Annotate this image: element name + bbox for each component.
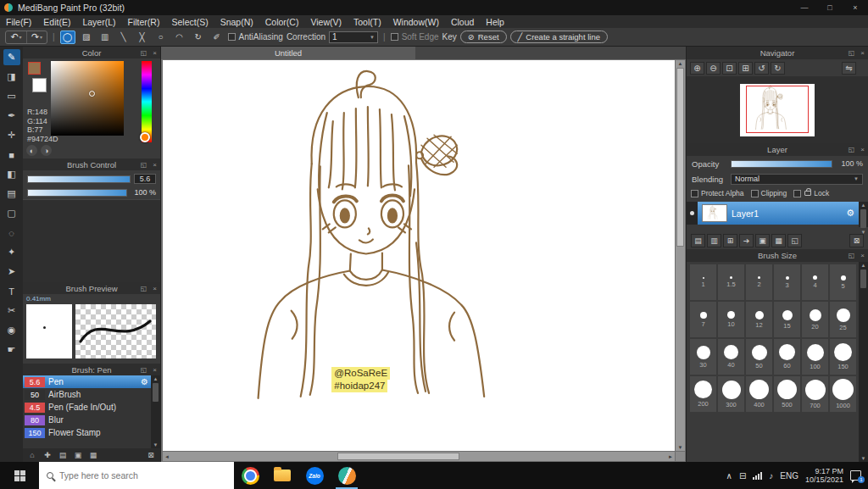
layer-opacity-slider[interactable] [731, 160, 832, 168]
zalo-taskbar-icon[interactable]: Zalo [298, 462, 331, 489]
correction-dropdown[interactable]: 1 ▼ [329, 31, 378, 43]
canvas-horizontal-scrollbar[interactable]: ◄ ► [163, 452, 675, 461]
menu-item-select[interactable]: Select(S) [165, 15, 214, 28]
menu-item-file[interactable]: File(F) [0, 15, 37, 28]
language-indicator[interactable]: ENG [780, 471, 798, 481]
select-rect-tool[interactable]: ▭ [3, 88, 20, 104]
scroll-down-icon[interactable]: ▼ [861, 230, 866, 235]
snap-crosshatch-button[interactable]: ▥ [97, 31, 113, 44]
eraser-tool[interactable]: ◨ [3, 69, 20, 85]
snap-ellipse-button[interactable]: ○ [153, 31, 169, 44]
brush-size-option[interactable]: 3 [774, 264, 800, 300]
popout-icon[interactable]: ◱ [846, 252, 857, 259]
zoom-in-icon[interactable]: ⊕ [690, 62, 704, 75]
menu-item-tool[interactable]: Tool(T) [348, 15, 387, 28]
drawing-canvas[interactable]: @RoSaReE #hoidap247 [163, 60, 675, 451]
foreground-color-swatch[interactable] [28, 62, 41, 75]
brush-size-option[interactable]: 400 [746, 376, 772, 412]
scroll-thumb[interactable] [676, 68, 684, 247]
duplicate-brush-button[interactable]: ▤ [57, 450, 69, 461]
menu-item-snap[interactable]: Snap(N) [214, 15, 259, 28]
brush-size-option[interactable]: 5 [830, 264, 856, 300]
chrome-taskbar-icon[interactable] [234, 462, 266, 489]
snap-parallel-button[interactable]: ▨ [79, 31, 94, 44]
background-color-swatch[interactable] [32, 78, 47, 92]
antialiasing-checkbox[interactable] [228, 33, 236, 41]
scroll-up-icon[interactable]: ▲ [861, 263, 866, 268]
brush-size-option[interactable]: 300 [718, 376, 744, 412]
navigator-thumbnail[interactable] [740, 84, 815, 136]
zoom-fit-icon[interactable]: ⊡ [722, 62, 737, 75]
scroll-up-icon[interactable]: ▲ [861, 203, 866, 208]
brush-size-scrollbar[interactable]: ▲ ▼ [859, 262, 868, 462]
close-icon[interactable]: × [149, 285, 160, 292]
pen-tool[interactable]: ✒ [3, 108, 20, 124]
eyedropper-tool[interactable]: ◉ [3, 322, 20, 338]
brush-size-option[interactable]: 12 [746, 302, 772, 337]
snap-off-button[interactable]: ◯ [60, 31, 75, 44]
canvas-vertical-scrollbar[interactable]: ▲ ▼ [676, 60, 685, 451]
scroll-left-icon[interactable]: ◄ [164, 454, 170, 459]
brush-size-option[interactable]: 1000 [830, 376, 856, 412]
add-brush-button[interactable]: ✚ [42, 450, 53, 461]
scroll-thumb[interactable] [153, 383, 159, 402]
popout-icon[interactable]: ◱ [138, 366, 149, 374]
shape-tool[interactable]: ■ [3, 147, 20, 163]
brush-size-option[interactable]: 100 [802, 339, 828, 375]
delete-brush-button[interactable]: ⊠ [145, 450, 157, 461]
create-straight-line-button[interactable]: ╱ Create a straight line [510, 31, 608, 43]
minimize-button[interactable]: — [792, 0, 817, 15]
popout-icon[interactable]: ◱ [138, 285, 149, 292]
snap-rotate-button[interactable]: ↻ [191, 31, 206, 44]
brush-size-option[interactable]: 2 [746, 264, 772, 300]
reset-button[interactable]: ⊘ Reset [460, 31, 507, 43]
scroll-thumb[interactable] [860, 270, 866, 288]
brush-size-option[interactable]: 15 [774, 302, 800, 337]
brush-size-option[interactable]: 7 [690, 302, 716, 337]
duplicate-layer-button[interactable]: ▥ [707, 234, 721, 247]
add-palette-icon[interactable]: ◑ [41, 145, 52, 156]
import-brush-button[interactable]: ▦ [87, 450, 99, 461]
brush-size-option[interactable]: 40 [718, 339, 744, 375]
scroll-up-icon[interactable]: ▲ [153, 376, 159, 381]
redo-button[interactable]: ↷▾ [26, 31, 47, 43]
taskbar-search[interactable] [39, 462, 234, 489]
brush-item-pen[interactable]: 5.6 Pen ⚙ [23, 375, 151, 388]
scroll-down-icon[interactable]: ▼ [861, 456, 866, 461]
delete-layer-button[interactable]: ⊠ [849, 234, 864, 247]
close-icon[interactable]: × [149, 161, 160, 169]
transfer-layer-button[interactable]: ➔ [739, 234, 754, 247]
brush-size-option[interactable]: 50 [746, 339, 772, 375]
brush-tool[interactable]: ✎ [3, 49, 20, 65]
rotate-cw-icon[interactable]: ↻ [771, 62, 785, 75]
close-icon[interactable]: × [857, 252, 868, 259]
popout-icon[interactable]: ◱ [846, 146, 857, 153]
layer-row-layer1[interactable]: Layer1 ⚙ [687, 202, 859, 225]
convert-layer-button[interactable]: ⊞ [723, 234, 737, 247]
lasso-tool[interactable]: ◌ [3, 225, 20, 241]
brush-size-option[interactable]: 20 [802, 302, 828, 337]
brush-item-pen-fade[interactable]: 4.5 Pen (Fade In/Out) [23, 401, 151, 414]
speaker-icon[interactable]: ♪ [769, 471, 773, 481]
menu-item-view[interactable]: View(V) [304, 15, 348, 28]
text-tool[interactable]: T [3, 283, 20, 299]
scroll-thumb[interactable] [860, 209, 866, 228]
move-tool[interactable]: ✛ [3, 127, 20, 143]
brush-folder-button[interactable]: ▣ [72, 450, 84, 461]
snap-pen-button[interactable]: ✐ [209, 31, 225, 44]
home-icon[interactable]: ⌂ [26, 450, 38, 461]
marquee-tool[interactable]: ▢ [3, 205, 20, 221]
brush-size-option[interactable]: 25 [830, 302, 856, 337]
menu-item-filter[interactable]: Filter(R) [122, 15, 166, 28]
brush-size-slider[interactable] [27, 175, 131, 183]
color-wheel-icon[interactable]: ◐ [26, 145, 37, 156]
close-icon[interactable]: × [149, 366, 160, 374]
saturation-value-picker[interactable] [51, 61, 124, 136]
close-icon[interactable]: × [857, 49, 868, 57]
brush-list-scrollbar[interactable]: ▲ ▼ [151, 375, 160, 448]
rotate-ccw-icon[interactable]: ↺ [754, 62, 769, 75]
brush-size-option[interactable]: 1 [690, 264, 716, 300]
menu-item-window[interactable]: Window(W) [387, 15, 445, 28]
layer-folder-button[interactable]: ▣ [755, 234, 770, 247]
scroll-up-icon[interactable]: ▲ [678, 61, 683, 66]
